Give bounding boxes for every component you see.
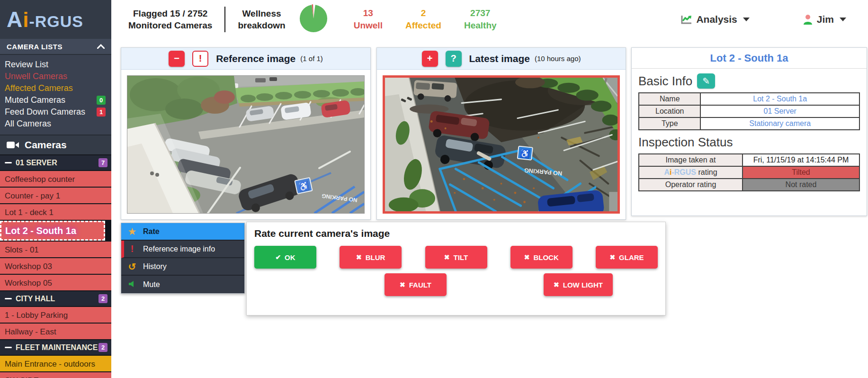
reference-image-header: − ! Reference image (1 of 1) [121,48,370,70]
camera-item[interactable]: 1 - Lobby Parking [0,307,111,324]
sidebar: Ai-RGUS CAMERA LISTS Review List Unwell … [0,0,111,378]
latest-image-panel: + ? Latest image (10 hours ago) [376,47,626,220]
airgus-mini-logo: Ai-RGUS [664,168,696,176]
cameras-section-header: Cameras [0,135,111,154]
count-badge: 7 [98,158,107,167]
camera-lists: Review List Unwell Cameras Affected Came… [0,55,111,135]
list-muted[interactable]: Muted Cameras0 [5,94,111,106]
rate-fault-button[interactable]: ✖FAULT [385,273,447,296]
rate-low-light-button[interactable]: ✖LOW LIGHT [544,273,613,296]
rate-panel: Rate current camera's image ✔OK ✖BLUR ✖T… [246,222,666,315]
camera-details-panel: Lot 2 - South 1a Basic Info ✎ Name Lot 2… [631,47,867,216]
camera-item[interactable]: Lot 1 - deck 1 [0,204,111,221]
reference-image: ♿ NO PARKING [127,75,365,214]
flagged-summary: Flagged 15 / 2752 Monitored Cameras [128,8,212,31]
exclamation-icon: ! [127,243,137,254]
camera-item[interactable]: Workshop 03 [0,258,111,275]
camera-item[interactable]: Counter - pay 1 [0,188,111,204]
logo-area[interactable]: Ai-RGUS [0,0,111,39]
analysis-menu[interactable]: Analysis [681,14,749,25]
camera-item[interactable]: Main Entrance - outdoors [0,356,111,372]
help-button[interactable]: ? [446,51,462,67]
list-review[interactable]: Review List [5,59,111,71]
server-group-01-server[interactable]: 01 SERVER7 [0,155,111,171]
server-group-city-hall[interactable]: CITY HALL2 [0,291,111,307]
rate-ok-button[interactable]: ✔OK [254,246,316,269]
reference-image-panel: − ! Reference image (1 of 1) [121,47,371,220]
edit-basic-info-button[interactable]: ✎ [697,73,715,89]
camera-type-link[interactable]: Stationary camera [749,119,811,127]
analysis-label: Analysis [696,14,737,25]
airgus-app: Ai-RGUS CAMERA LISTS Review List Unwell … [0,0,868,378]
add-reference-button[interactable]: + [422,51,438,67]
video-camera-icon [7,141,19,149]
camera-name-link[interactable]: Lot 2 - South 1a [753,95,807,103]
table-row: Ai-RGUS rating Tilted [639,166,859,179]
top-header: Flagged 15 / 2752 Monitored Cameras Well… [111,0,868,39]
tab-history[interactable]: ↺ History [121,258,244,276]
tab-reference-image-info[interactable]: ! Reference image info [121,241,244,258]
tab-rate[interactable]: ★ Rate [121,223,244,241]
x-icon: ✖ [524,253,530,261]
stat-healthy: 2737 Healthy [464,7,497,32]
camera-location-link[interactable]: 01 Server [764,107,796,115]
camera-lists-header[interactable]: CAMERA LISTS [0,39,111,55]
latest-image-age: (10 hours ago) [535,54,581,63]
chevron-up-icon[interactable] [97,44,105,49]
reference-image-count: (1 of 1) [300,54,323,63]
server-group-fleet-maintenance[interactable]: FLEET MAINTENANCE2 [0,340,111,356]
feed-down-count-badge: 1 [97,108,106,117]
camera-item[interactable]: Hallway - East [0,324,111,340]
rate-glare-button[interactable]: ✖GLARE [596,246,658,269]
count-badge: 2 [98,343,107,352]
stat-unwell: 13 Unwell [354,7,383,32]
caret-down-icon [743,18,750,21]
wellness-pie-chart [299,4,328,35]
table-row: Name Lot 2 - South 1a [639,93,859,105]
rate-blur-button[interactable]: ✖BLUR [340,246,402,269]
list-unwell[interactable]: Unwell Cameras [5,71,111,82]
collapse-icon [5,162,12,163]
camera-item[interactable]: Slots - 01 [0,242,111,258]
latest-image-title: Latest image [469,53,530,64]
camera-name-title: Lot 2 - South 1a [632,48,867,69]
reference-alert-button[interactable]: ! [192,51,208,67]
speaker-icon [127,279,137,289]
user-menu[interactable]: Jim [803,14,846,25]
image-taken-at-value: Fri, 11/15/19 at 14:15:44 PM [743,154,859,166]
collapse-icon [5,347,12,348]
camera-tabs: ★ Rate ! Reference image info ↺ History … [121,223,245,294]
muted-count-badge: 0 [97,96,106,105]
inspection-status-table: Image taken at Fri, 11/15/19 at 14:15:44… [638,153,860,191]
reference-image-title: Reference image [216,53,295,64]
camera-item[interactable]: Coffeeshop counter [0,171,111,188]
history-icon: ↺ [127,261,137,272]
list-all[interactable]: All Cameras [5,118,111,130]
latest-image-header: + ? Latest image (10 hours ago) [377,48,626,70]
camera-tree: 01 SERVER7 Coffeeshop counter Counter - … [0,154,111,378]
camera-item[interactable]: SW SIDE [0,372,111,378]
tab-mute[interactable]: Mute [121,276,244,293]
camera-item-selected[interactable]: Lot 2 - South 1a [0,221,111,242]
star-icon: ★ [127,226,137,237]
airgus-rating-label: Ai-RGUS rating [639,166,743,179]
rate-block-button[interactable]: ✖BLOCK [510,246,573,269]
x-icon: ✖ [444,253,450,261]
basic-info-table: Name Lot 2 - South 1a Location 01 Server… [638,92,860,130]
list-affected[interactable]: Affected Cameras [5,82,111,94]
x-icon: ✖ [609,253,615,261]
remove-reference-button[interactable]: − [169,51,185,67]
x-icon: ✖ [554,281,559,288]
cameras-title: Cameras [25,139,67,151]
list-feed-down[interactable]: Feed Down Cameras1 [5,106,111,118]
handicap-symbol: ♿ [519,148,530,159]
airgus-rating-value: Tilted [743,166,859,179]
rate-tilt-button[interactable]: ✖TILT [425,246,487,269]
table-row: Image taken at Fri, 11/15/19 at 14:15:44… [639,154,859,166]
camera-item[interactable]: Workshop 05 [0,275,111,291]
count-badge: 2 [98,294,107,303]
user-name: Jim [817,14,834,25]
pencil-icon: ✎ [702,76,710,86]
rate-panel-title: Rate current camera's image [254,228,658,239]
table-row: Operator rating Not rated [639,179,859,191]
